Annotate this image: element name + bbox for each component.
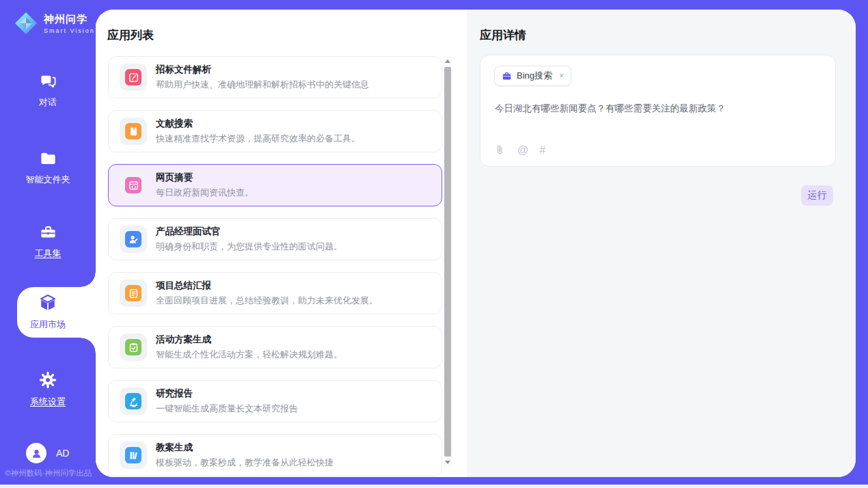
app-list-pane: 应用列表 招标文件解析 帮助用户快速、准确地理解和解析招标书中的关键信息 文献搜…: [96, 10, 467, 477]
window-bottom-edge: [0, 485, 868, 488]
app-card-description: 帮助用户快速、准确地理解和解析招标书中的关键信息: [156, 79, 369, 91]
logo-subtitle: Smart Vision: [44, 27, 95, 34]
scrollbar[interactable]: [443, 56, 452, 467]
app-card-description: 明确身份和职责，为您提供专业性的面试问题。: [156, 241, 342, 253]
tab-curve-top: [81, 272, 96, 287]
tool-chip-label: Bing搜索: [517, 70, 552, 82]
app-card[interactable]: 活动方案生成 智能生成个性化活动方案，轻松解决规划难题。: [108, 326, 442, 368]
doc-edit-icon: [125, 69, 141, 85]
sidebar-item-label: 应用市场: [30, 318, 66, 331]
app-card[interactable]: 产品经理面试官 明确身份和职责，为您提供专业性的面试问题。: [108, 218, 442, 260]
sidebar-item-toolset[interactable]: 工具集: [0, 223, 96, 260]
user-name: AD: [56, 448, 69, 459]
hash-icon[interactable]: #: [539, 145, 545, 156]
app-card-title: 教案生成: [156, 442, 334, 454]
tool-chip-bing-search[interactable]: Bing搜索 ×: [494, 66, 571, 86]
app-card-title: 活动方案生成: [156, 334, 342, 346]
scrollbar-up-button[interactable]: [443, 56, 452, 66]
chat-icon: [39, 72, 57, 90]
logo-title: 神州问学: [44, 13, 95, 26]
main-content: 应用列表 招标文件解析 帮助用户快速、准确地理解和解析招标书中的关键信息 文献搜…: [96, 10, 856, 477]
app-card-description: 模板驱动，教案秒成，教学准备从此轻松快捷: [156, 457, 334, 469]
app-card-description: 全面回顾项目进展，总结经验教训，助力未来优化发展。: [156, 295, 378, 307]
app-card-description: 智能生成个性化活动方案，轻松解决规划难题。: [156, 349, 342, 361]
cube-icon: [38, 293, 57, 312]
app-card[interactable]: 教案生成 模板驱动，教案秒成，教学准备从此轻松快捷: [108, 434, 442, 476]
app-list-title: 应用列表: [107, 27, 154, 43]
app-card-title: 项目总结汇报: [156, 280, 378, 292]
app-card[interactable]: 项目总结汇报 全面回顾项目进展，总结经验教训，助力未来优化发展。: [108, 272, 442, 314]
scrollbar-down-button[interactable]: [443, 457, 452, 467]
scrollbar-thumb[interactable]: [444, 67, 451, 457]
copyright: ©神州数码·神州问学出品: [5, 468, 92, 478]
sidebar-item-label: 工具集: [35, 247, 62, 260]
avatar[interactable]: [26, 443, 46, 463]
app-logo: 神州问学 Smart Vision: [14, 11, 95, 36]
app-card-description: 一键智能生成高质量长文本研究报告: [156, 403, 298, 415]
app-detail-title: 应用详情: [480, 27, 526, 43]
triangle-up-icon: [445, 59, 450, 63]
app-card-title: 招标文件解析: [156, 64, 369, 76]
app-card[interactable]: 招标文件解析 帮助用户快速、准确地理解和解析招标书中的关键信息: [108, 56, 442, 98]
briefcase-icon: [502, 71, 512, 81]
sidebar-item-label: 对话: [39, 96, 57, 109]
prompt-toolbar: @ #: [493, 144, 545, 157]
toolbox-icon: [39, 223, 57, 241]
logo-diamond-icon: [14, 11, 38, 36]
tab-curve-bottom: [81, 338, 96, 353]
sidebar-item-label: 系统设置: [30, 396, 66, 408]
report-icon: [125, 285, 141, 301]
clipboard-check-icon: [125, 339, 141, 355]
app-card-list: 招标文件解析 帮助用户快速、准确地理解和解析招标书中的关键信息 文献搜索 快速精…: [108, 56, 443, 477]
triangle-down-icon: [445, 461, 450, 464]
browser-code-icon: [125, 177, 141, 193]
app-card-description: 快速精准查找学术资源，提高研究效率的必备工具。: [156, 133, 360, 145]
sidebar: 神州问学 Smart Vision 对话 智能文件夹 工具集 应用市场 系统设置…: [0, 0, 96, 488]
user-account[interactable]: AD: [26, 443, 69, 463]
sidebar-item-chat[interactable]: 对话: [0, 72, 96, 109]
sidebar-item-app-market[interactable]: 应用市场: [0, 293, 96, 331]
app-card-title: 网页摘要: [156, 172, 254, 184]
sidebar-item-smart-folder[interactable]: 智能文件夹: [0, 149, 96, 186]
gear-icon: [38, 370, 57, 390]
app-card[interactable]: 网页摘要 每日政府新闻资讯快查。: [108, 164, 442, 206]
book-icon: [125, 123, 141, 139]
microscope-icon: [125, 393, 141, 409]
interviewer-icon: [125, 231, 141, 247]
paperclip-icon[interactable]: [493, 144, 506, 157]
run-button[interactable]: 运行: [801, 185, 833, 206]
app-card-title: 产品经理面试官: [156, 226, 342, 238]
chip-close-icon[interactable]: ×: [559, 71, 564, 81]
app-card-title: 研究报告: [156, 388, 298, 400]
prompt-card: Bing搜索 × 今日湖北有哪些新闻要点？有哪些需要关注的最新政策？ @ #: [480, 55, 836, 167]
app-card-title: 文献搜索: [156, 118, 360, 130]
app-card-description: 每日政府新闻资讯快查。: [156, 187, 254, 199]
mention-icon[interactable]: @: [517, 145, 528, 156]
app-card[interactable]: 文献搜索 快速精准查找学术资源，提高研究效率的必备工具。: [108, 110, 442, 152]
app-card[interactable]: 研究报告 一键智能生成高质量长文本研究报告: [108, 380, 442, 422]
app-detail-pane: 应用详情 Bing搜索 × 今日湖北有哪些新闻要点？有哪些需要关注的最新政策？ …: [467, 10, 856, 477]
folder-icon: [39, 149, 57, 167]
books-icon: [125, 447, 141, 463]
sidebar-item-settings[interactable]: 系统设置: [0, 370, 96, 408]
sidebar-item-label: 智能文件夹: [26, 174, 70, 186]
prompt-text-input[interactable]: 今日湖北有哪些新闻要点？有哪些需要关注的最新政策？: [495, 102, 822, 116]
